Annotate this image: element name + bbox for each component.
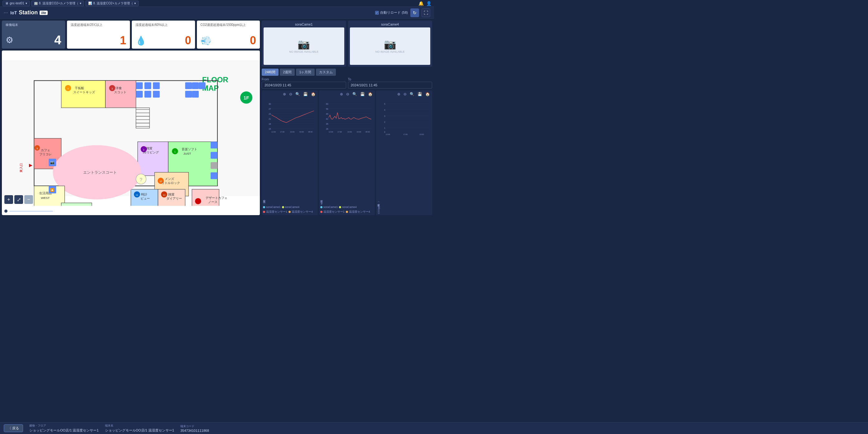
co2-chart-zoom-out[interactable]: ⊖	[403, 92, 407, 97]
legend-dot	[320, 211, 322, 213]
user-icon[interactable]: 👤	[426, 1, 432, 6]
btn-custom[interactable]: カスタム	[316, 68, 336, 76]
zoom-out-button[interactable]: −	[24, 195, 33, 204]
gear-icon: ⚙	[6, 35, 13, 45]
humidity-chart-download[interactable]: 💾	[359, 92, 366, 97]
humidity-chart-inner: 湿度（%） 63 56 49	[320, 97, 374, 205]
legend-label: soraCame1	[266, 205, 281, 209]
zoom-in-button[interactable]: +	[4, 195, 13, 204]
svg-text:東入口: 東入口	[19, 163, 23, 172]
floor-map-container: FLOOR MAP 1F カフェ フリコレ 5 4 干拓	[2, 51, 260, 215]
svg-text:17:00: 17:00	[403, 134, 408, 135]
svg-text:音楽ソフト: 音楽ソフト	[182, 147, 197, 151]
notification-icon[interactable]: 🔔	[418, 1, 424, 6]
temp-chart-zoom-in[interactable]: ⊕	[282, 92, 287, 97]
humidity-chart-legend: soraCame1 soraCame4 温湿度センサー1 温湿度センサー4	[320, 205, 374, 214]
chart-icon: 📊	[88, 2, 92, 5]
co2-chart-crosshair[interactable]: 🔍	[409, 92, 415, 97]
btn-1month[interactable]: 1ヶ月間	[296, 68, 314, 76]
svg-text:デザートカフェ: デザートカフェ	[206, 196, 227, 200]
from-input[interactable]	[262, 82, 346, 89]
humidity-exceeded-card: 湿度超過端末/60%以上 💧 0	[132, 21, 195, 49]
floor-map-svg: FLOOR MAP 1F カフェ フリコレ 5 4 干拓	[2, 51, 260, 206]
temp-chart-container: ⊕ ⊖ 🔍 💾 🏠 温度（℃）	[262, 90, 318, 215]
svg-text:0: 0	[384, 131, 385, 133]
floor-map[interactable]: FLOOR MAP 1F カフェ フリコレ 5 4 干拓	[2, 51, 260, 206]
svg-text:FLOOR: FLOOR	[202, 76, 228, 84]
chart-menu[interactable]: 📊 8. 温湿度CO2+カメラ管理（ ▾	[85, 1, 138, 6]
svg-text:干拓船: 干拓船	[75, 86, 84, 90]
svg-rect-84	[153, 82, 160, 89]
svg-text:12:00: 12:00	[329, 131, 333, 133]
svg-text:28: 28	[326, 128, 329, 130]
svg-text:22:00: 22:00	[347, 131, 352, 133]
svg-rect-88	[185, 82, 192, 89]
svg-text:08:00: 08:00	[308, 131, 312, 133]
co2-chart-svg: 5 4 3 2 1 0 12:00 17:00 22:00	[381, 97, 431, 138]
svg-text:17:00: 17:00	[280, 131, 284, 133]
from-label: From	[262, 78, 346, 81]
co2-chart-download[interactable]: 💾	[416, 92, 423, 97]
legend-label: 温湿度センサー4	[349, 210, 370, 214]
humidity-chart-zoom-out[interactable]: ⊖	[345, 92, 350, 97]
legend-dot	[339, 206, 341, 208]
btn-2weeks[interactable]: 2週間	[280, 68, 295, 76]
humidity-chart-crosshair[interactable]: 🔍	[351, 92, 358, 97]
auto-reload-checkbox[interactable]: ✓	[375, 11, 379, 15]
humidity-chart-zoom-in[interactable]: ⊕	[339, 92, 344, 97]
temp-label: 温度超過端末/25℃以上	[71, 23, 126, 27]
camera-card-1: soraCame1 📷 NO IMAGE AVAILABLE	[262, 21, 346, 67]
temp-chart-download[interactable]: 💾	[302, 92, 309, 97]
co2-label: CO2濃度超過端末/1500ppm以上	[200, 23, 256, 27]
fit-button[interactable]: ⤢	[14, 195, 23, 204]
svg-text:ノース: ノース	[208, 200, 217, 204]
camera-4-title: soraCame4	[350, 23, 431, 26]
co2-chart-svg-wrap: 5 4 3 2 1 0 12:00 17:00 22:00	[381, 97, 431, 214]
svg-text:11: 11	[135, 194, 138, 196]
co2-chart-home[interactable]: 🏠	[424, 92, 431, 97]
legend-label: soraCame4	[342, 205, 357, 209]
svg-text:22:00: 22:00	[420, 134, 424, 135]
slider-track[interactable]	[9, 211, 53, 212]
server-selector[interactable]: 🖥 gnc-test01 ▾	[2, 1, 30, 6]
legend-dot	[346, 211, 348, 213]
building-menu[interactable]: 🏢 8. 温湿度CO2+カメラ管理（ ▾	[31, 1, 85, 6]
legend-item: soraCame4	[339, 205, 357, 209]
svg-text:1: 1	[175, 150, 176, 153]
svg-rect-82	[136, 82, 143, 89]
dots-menu[interactable]: ···	[4, 10, 8, 16]
legend-item: 温湿度センサー1	[320, 210, 345, 214]
to-input[interactable]	[348, 82, 432, 89]
reload-button[interactable]: ↻	[410, 8, 419, 17]
active-terminals-card: 稼働端末 ⚙ 4	[2, 21, 65, 49]
legend-item: soraCame4	[282, 205, 300, 209]
logo-iot: IoT	[10, 10, 17, 15]
svg-text:12: 12	[163, 194, 165, 196]
svg-text:22:00: 22:00	[290, 131, 294, 133]
co2-chart-zoom-in[interactable]: ⊕	[396, 92, 401, 97]
svg-text:12:00: 12:00	[271, 131, 276, 133]
temp-chart-zoom-out[interactable]: ⊖	[288, 92, 293, 97]
svg-text:時計: 時計	[141, 193, 147, 196]
svg-text:03:00: 03:00	[300, 131, 304, 133]
co2-y-label: CO2濃度（ppm）	[377, 97, 381, 214]
co2-chart-tools: ⊕ ⊖ 🔍 💾 🏠	[377, 92, 431, 97]
legend-label: 温湿度センサー4	[291, 210, 313, 214]
svg-rect-90	[199, 82, 206, 89]
svg-text:2: 2	[384, 121, 385, 123]
auto-reload-label: ✓ 自動リロード (58)	[375, 10, 408, 15]
svg-rect-16	[105, 81, 136, 108]
temp-chart-home[interactable]: 🏠	[310, 92, 316, 97]
temp-chart-crosshair[interactable]: 🔍	[294, 92, 301, 97]
svg-text:49: 49	[326, 113, 329, 115]
thermometer-icon: 🌡	[71, 35, 80, 46]
svg-text:08:00: 08:00	[366, 131, 370, 133]
humidity-chart-home[interactable]: 🏠	[367, 92, 374, 97]
svg-rect-86	[145, 91, 151, 97]
droplet-icon: 💧	[135, 35, 147, 46]
fullscreen-button[interactable]: ⛶	[422, 8, 430, 17]
btn-24h[interactable]: 24時間	[262, 68, 279, 76]
legend-item: 温湿度センサー4	[346, 210, 370, 214]
svg-text:3: 3	[112, 87, 113, 90]
svg-text:1F: 1F	[244, 95, 249, 100]
